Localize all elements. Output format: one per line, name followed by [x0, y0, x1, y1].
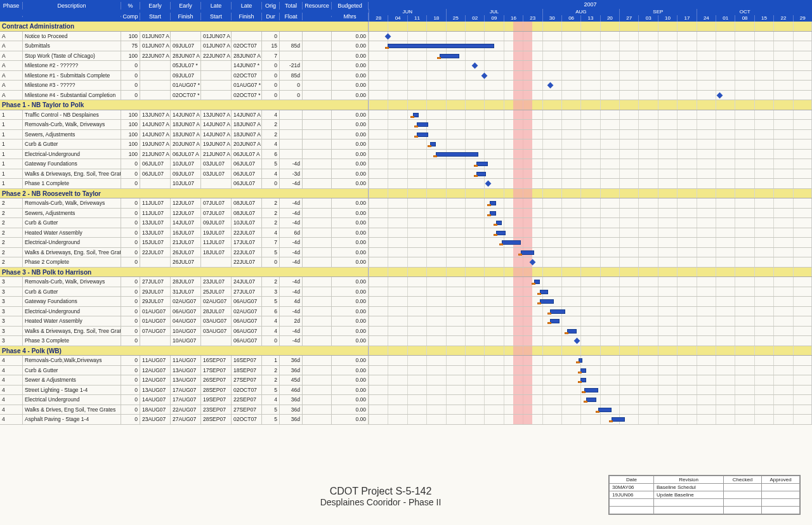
timeline-day: 27	[619, 15, 638, 22]
rev-cell: Baseline Schedul	[654, 484, 724, 491]
gantt-chart-cell	[369, 179, 812, 188]
gantt-bar	[540, 299, 553, 304]
timeline-year: 2007	[369, 0, 812, 9]
group-title: Phase 1 - NB Taylor to Polk	[0, 100, 369, 110]
rev-cell	[762, 507, 800, 514]
gantt-chart-cell	[369, 395, 812, 405]
gantt-chart-cell	[369, 257, 812, 267]
gantt-chart-cell	[369, 91, 812, 100]
rev-cell	[724, 507, 762, 514]
gantt-chart-cell	[369, 150, 812, 159]
task-row: 3Walks & Driveways, Eng. Soil, Tree Grat…	[0, 327, 812, 337]
task-row: 1Gateway Foundations006JUL0710JUL0703JUL…	[0, 159, 812, 169]
rev-cell	[762, 499, 800, 507]
gantt-chart-cell	[369, 51, 812, 61]
group-header: Contract Administration	[0, 22, 812, 32]
task-row: 2Phase 2 Complete026JUL0722JUL070-4d0.00	[0, 257, 812, 268]
project-subtitle: Desplaines Cooridor - Phase II	[190, 497, 571, 507]
gantt-bar	[436, 152, 478, 157]
rev-header-cell: Approved	[762, 476, 800, 484]
timeline-day: 10	[658, 15, 677, 22]
timeline-month: OCT	[697, 9, 793, 15]
gantt-chart-cell	[369, 41, 812, 51]
rev-cell	[724, 484, 762, 491]
task-row: AMilestone #1 - Submittals Complete009JU…	[0, 71, 812, 81]
gantt-chart-cell	[369, 415, 812, 424]
task-row: 1Removals-Curb, Walk, Driveways10014JUN0…	[0, 120, 812, 130]
task-row: 3Removals-Curb, Walk, Driveways027JUL072…	[0, 277, 812, 287]
gantt-chart-cell	[369, 110, 812, 120]
rev-cell: 30MAY06	[610, 484, 654, 491]
task-row: 1Walks & Driveways, Eng. Soil, Tree Grat…	[0, 169, 812, 179]
gantt-bar	[550, 319, 560, 323]
task-row: 2Curb & Gutter013JUL0714JUL0709JUL0710JU…	[0, 218, 812, 228]
task-row: 2Heated Water Assembly013JUL0716JUL0719J…	[0, 228, 812, 238]
gantt-chart-cell	[369, 130, 812, 139]
gantt-sheet: { "columns": { "phase": "Phase", "desc":…	[0, 0, 812, 525]
col-pct: %	[121, 2, 140, 10]
gantt-chart-cell	[369, 120, 812, 129]
task-row: 3Gateway Foundations029JUL0702AUG0702AUG…	[0, 297, 812, 307]
gantt-bar	[521, 250, 534, 255]
timeline-day: 13	[580, 15, 599, 22]
timeline-month: AUG	[542, 9, 620, 15]
gantt-chart-cell	[369, 336, 812, 346]
timeline-day: 30	[542, 15, 561, 22]
project-title: CDOT Project S-5-142	[190, 486, 571, 497]
gantt-bar	[612, 417, 625, 422]
task-row: 3Electrical-Underground001AUG0706AUG0728…	[0, 307, 812, 317]
milestone-icon	[717, 92, 723, 98]
rev-header-cell: Revision	[654, 476, 724, 484]
gantt-bar	[598, 408, 612, 412]
gantt-bar	[586, 398, 596, 402]
timeline-day: 16	[504, 15, 523, 22]
timeline-day: 23	[523, 15, 542, 22]
task-row: 2Walks & Driveways, Eng. Soil, Tree Grat…	[0, 248, 812, 258]
task-row: 1Traffic Control - NB Desplaines10013JUN…	[0, 110, 812, 120]
gantt-chart-cell	[369, 189, 812, 198]
task-row: 1Electrical-Underground10021JUN07 A06JUL…	[0, 150, 812, 160]
gantt-chart-cell	[369, 209, 812, 218]
gantt-chart-cell	[369, 375, 812, 385]
task-row: AMilestone #3 - ?????001AUG07 *01AUG07 *…	[0, 81, 812, 91]
task-row: AMilestone #2 - ??????005JUL07 *14JUN07 …	[0, 61, 812, 71]
rev-header-cell: Date	[610, 476, 654, 484]
gantt-bar	[440, 54, 459, 58]
col-ls: Late	[201, 2, 232, 10]
timeline-day: 28	[369, 15, 388, 22]
gantt-chart-cell	[369, 248, 812, 257]
task-row: 2Sewers, Adjustments011JUL0712JUL0707JUL…	[0, 209, 812, 219]
gantt-chart-cell	[369, 198, 812, 208]
milestone-icon	[481, 72, 488, 79]
timeline-day: 20	[600, 15, 619, 22]
timeline-day: 22	[773, 15, 792, 22]
rev-cell	[762, 484, 800, 491]
group-title: Phase 3 - NB Polk to Harrison	[0, 268, 369, 277]
gantt-chart-cell	[369, 405, 812, 415]
timeline-day: 24	[697, 15, 716, 22]
task-row: 2Removals-Curb, Walk, Driveways011JUL071…	[0, 198, 812, 209]
task-row: 4Removals-Curb,Walk,Driveways011AUG0711A…	[0, 356, 812, 366]
gantt-bar	[496, 231, 506, 235]
task-row: 3Heated Water Assembly001AUG0704AUG0703A…	[0, 316, 812, 327]
task-row: ANotice to Proceed10001JUN07 A01JUN07 A0…	[0, 32, 812, 42]
col-ef: Early	[171, 2, 201, 10]
timeline-day: 02	[465, 15, 484, 22]
task-row: ASubmittals7501JUN07 A09JUL0701JUN07 A02…	[0, 41, 812, 51]
timeline-day: 04	[388, 15, 407, 22]
task-row: 1Curb & Gutter10019JUN07 A20JUN07 A19JUN…	[0, 139, 812, 150]
timeline-day: 01	[716, 15, 735, 22]
gantt-chart-cell	[369, 71, 812, 81]
col-phase: Phase	[0, 2, 23, 10]
gantt-chart-cell	[369, 61, 812, 70]
timeline-day: 29	[793, 15, 812, 22]
gantt-chart-cell	[369, 228, 812, 238]
group-header: Phase 2 - NB Roosevelt to Taylor	[0, 189, 812, 199]
timeline-month: SEP	[619, 9, 697, 15]
milestone-icon	[385, 33, 391, 39]
task-row: 3Curb & Gutter029JUL0731JUL0725JUL0727JU…	[0, 287, 812, 297]
gantt-chart-cell	[369, 81, 812, 90]
gantt-bar	[476, 172, 486, 176]
task-row: 2Electrical-Underground015JUL0721JUL0711…	[0, 238, 812, 248]
col-desc: Description	[23, 2, 121, 10]
